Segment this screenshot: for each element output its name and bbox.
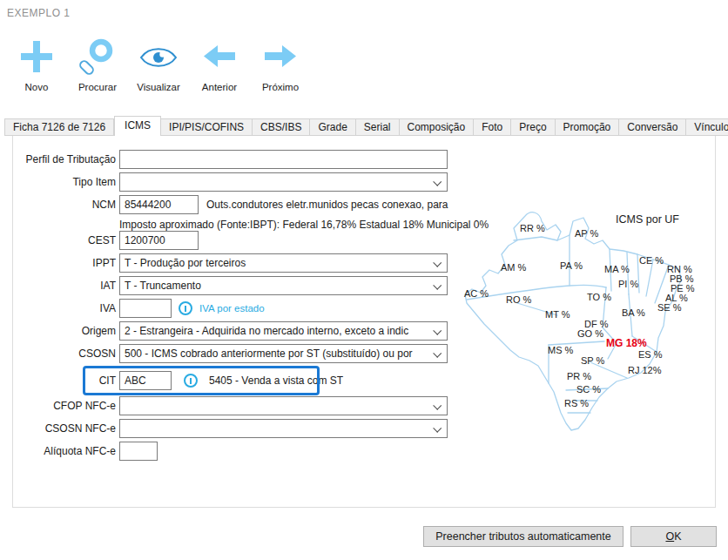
- search-button[interactable]: Procurar: [68, 37, 127, 92]
- info-icon[interactable]: [184, 374, 198, 388]
- ncm-label: NCM: [9, 195, 116, 214]
- cit-description: 5405 - Venda a vista com ST: [209, 374, 343, 387]
- origem-label: Origem: [9, 321, 116, 341]
- chevron-down-icon: [433, 424, 442, 433]
- map-label-to: TO %: [587, 292, 611, 302]
- iat-value: T - Truncamento: [125, 280, 201, 292]
- ippt-label: IPPT: [9, 253, 116, 273]
- csosn-value: 500 - ICMS cobrado anteriormente por ST …: [125, 347, 413, 360]
- ok-button-label-first: O: [665, 530, 674, 543]
- tab-icms[interactable]: ICMS: [114, 116, 161, 136]
- ncm-description: Outs.condutores eletr.munidos pecas cone…: [206, 199, 448, 211]
- view-button[interactable]: Visualizar: [129, 37, 188, 92]
- window-title: EXEMPLO 1: [7, 7, 71, 19]
- map-title: ICMS por UF: [616, 213, 679, 226]
- tab-convers-o[interactable]: Conversão: [619, 118, 686, 136]
- csosn-select[interactable]: 500 - ICMS cobrado anteriormente por ST …: [119, 344, 448, 363]
- tab-pre-o[interactable]: Preço: [511, 118, 555, 136]
- cit-label: CIT: [9, 371, 116, 390]
- map-label-ma: MA %: [604, 264, 630, 274]
- map-label-ro: RO %: [506, 294, 531, 305]
- tab-v-nculo-entrada[interactable]: Vínculo entrada: [686, 118, 728, 136]
- chevron-down-icon: [433, 401, 442, 410]
- chevron-down-icon: [433, 327, 442, 335]
- chevron-down-icon: [433, 259, 442, 267]
- tab-serial[interactable]: Serial: [356, 118, 400, 136]
- new-button-label: Novo: [7, 82, 66, 92]
- map-label-ba: BA %: [622, 307, 645, 318]
- tab-ficha-7126-de-7126[interactable]: Ficha 7126 de 7126: [4, 118, 114, 136]
- map-label-sc: SC %: [576, 384, 601, 395]
- next-button-label: Próximo: [251, 82, 310, 92]
- tipo-item-select[interactable]: [119, 172, 448, 192]
- map-label-mt: MT %: [545, 309, 570, 320]
- aliquota-nfce-label: Alíquota NFC-e: [9, 442, 116, 461]
- map-label-rs: RS %: [564, 398, 589, 408]
- perfil-tributacao-input[interactable]: [119, 150, 448, 169]
- tab-foto[interactable]: Foto: [474, 118, 511, 136]
- chevron-down-icon: [433, 281, 442, 290]
- map-label-ap: AP %: [575, 228, 598, 239]
- iva-label: IVA: [9, 299, 116, 318]
- previous-button[interactable]: Anterior: [190, 37, 249, 92]
- aliquota-nfce-input[interactable]: [119, 442, 158, 461]
- map-label-mg: MG 18%: [606, 337, 647, 349]
- magnifier-icon: [78, 37, 118, 77]
- ippt-select[interactable]: T - Produção por terceiros: [119, 253, 448, 273]
- tab-promo-o[interactable]: Promoção: [556, 118, 620, 136]
- iat-label: IAT: [9, 276, 116, 295]
- arrow-left-icon: [199, 37, 239, 77]
- arrow-right-icon: [260, 37, 300, 77]
- tab-cbs-ibs[interactable]: CBS/IBS: [253, 118, 310, 136]
- view-button-label: Visualizar: [129, 82, 188, 92]
- map-label-se: SE %: [657, 302, 682, 313]
- tipo-item-label: Tipo Item: [9, 172, 116, 192]
- eye-icon: [138, 37, 179, 77]
- map-label-pa: PA %: [560, 260, 583, 271]
- cest-input[interactable]: [119, 231, 199, 250]
- map-label-pr: PR %: [567, 371, 591, 381]
- iva-input[interactable]: [119, 299, 172, 318]
- tab-grade[interactable]: Grade: [310, 118, 355, 136]
- ncm-tax-info: Imposto aproximado (Fonte:IBPT): Federal…: [119, 219, 489, 231]
- iat-select[interactable]: T - Truncamento: [119, 276, 448, 295]
- tab-strip: Ficha 7126 de 7126ICMSIPI/PIS/COFINSCBS/…: [4, 116, 728, 136]
- map-label-am: AM %: [501, 262, 526, 273]
- search-button-label: Procurar: [68, 82, 127, 92]
- new-button[interactable]: Novo: [7, 37, 66, 92]
- ok-button[interactable]: OK: [630, 526, 717, 547]
- origem-select[interactable]: 2 - Estrangeira - Adquirida no mercado i…: [119, 321, 448, 341]
- map-label-ms: MS %: [548, 345, 573, 355]
- cest-label: CEST: [9, 231, 116, 250]
- next-button[interactable]: Próximo: [251, 37, 310, 92]
- previous-button-label: Anterior: [190, 82, 249, 92]
- cit-input[interactable]: [119, 371, 172, 390]
- ok-button-label-rest: K: [674, 530, 681, 543]
- perfil-tributacao-label: Perfil de Tributação: [9, 150, 116, 169]
- ippt-value: T - Produção por terceiros: [125, 257, 246, 269]
- info-icon[interactable]: [179, 301, 192, 315]
- chevron-down-icon: [433, 349, 442, 358]
- map-label-rr: RR %: [520, 223, 545, 233]
- map-label-es: ES %: [638, 349, 663, 360]
- origem-value: 2 - Estrangeira - Adquirida no mercado i…: [125, 325, 408, 337]
- tab-composi-o[interactable]: Composição: [400, 118, 475, 136]
- map-label-pi: PI %: [618, 279, 638, 289]
- plus-icon: [17, 37, 57, 77]
- map-label-sp: SP %: [581, 355, 604, 366]
- tab-ipi-pis-cofins[interactable]: IPI/PIS/COFINS: [161, 118, 253, 136]
- fill-taxes-button[interactable]: Preencher tributos automaticamente: [423, 526, 624, 547]
- iva-por-estado-link[interactable]: IVA por estado: [199, 303, 265, 314]
- map-label-go: GO %: [577, 328, 603, 339]
- product-window: EXEMPLO 1 Novo Procurar Visualizar Anter…: [0, 0, 728, 560]
- cfop-nfce-select[interactable]: [119, 396, 448, 415]
- csosn-label: CSOSN: [9, 344, 116, 363]
- map-label-ce: CE %: [639, 255, 664, 266]
- map-label-rj: RJ 12%: [628, 365, 662, 375]
- chevron-down-icon: [433, 178, 442, 186]
- csosn-nfce-label: CSOSN NFC-e: [9, 419, 116, 438]
- ncm-input[interactable]: [119, 195, 199, 214]
- cfop-nfce-label: CFOP NFC-e: [9, 396, 116, 415]
- map-label-ac: AC %: [464, 288, 489, 299]
- csosn-nfce-select[interactable]: [119, 419, 448, 438]
